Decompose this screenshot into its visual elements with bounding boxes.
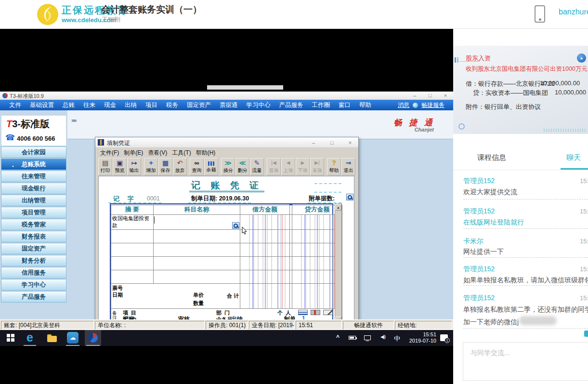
t3-menu-general-ledger[interactable]: 总账 bbox=[58, 101, 79, 109]
note-doc-icon[interactable] bbox=[298, 310, 308, 315]
export-button[interactable]: ↦输出 bbox=[127, 158, 141, 175]
save-button[interactable]: ▦保存 bbox=[158, 158, 172, 175]
account-cell[interactable] bbox=[154, 214, 240, 229]
voucher-row[interactable]: 收国电集团投资款 bbox=[111, 214, 342, 229]
t3-menu-piaojutong[interactable]: 票据通 bbox=[215, 101, 242, 109]
t3-menu-tax[interactable]: 税务 bbox=[162, 101, 183, 109]
insert-split-button[interactable]: ≫插分 bbox=[221, 158, 235, 175]
attachment-magnifier-icon[interactable] bbox=[346, 194, 353, 200]
battery-icon[interactable] bbox=[349, 330, 356, 346]
calculator-icon[interactable] bbox=[311, 310, 320, 315]
t3-minimize-button[interactable]: – bbox=[408, 92, 421, 99]
voucher-menu-make[interactable]: 制单(E) bbox=[124, 149, 143, 157]
exit-button[interactable]: ⇒退出 bbox=[341, 158, 355, 175]
taskbar-edge[interactable]: e bbox=[22, 330, 38, 346]
dept-label: 部 门 bbox=[216, 309, 230, 317]
preview-button[interactable]: ▣预览 bbox=[113, 158, 127, 175]
voucher-number[interactable]: 0001 bbox=[147, 195, 160, 202]
t3-close-button[interactable]: × bbox=[439, 92, 452, 99]
voucher-date[interactable]: 制单日期: 2019.06.30 bbox=[191, 195, 249, 203]
t3-menu-cashier[interactable]: 出纳 bbox=[120, 101, 141, 109]
t3-maximize-button[interactable]: □ bbox=[424, 92, 436, 99]
t3-menu-product-service[interactable]: 产品服务 bbox=[275, 101, 308, 109]
account-lookup-icon[interactable] bbox=[232, 222, 239, 229]
delete-split-button[interactable]: ≪删分 bbox=[235, 158, 249, 175]
chat-sender[interactable]: 管理员152 bbox=[463, 177, 495, 185]
voucher-maximize-button[interactable]: □ bbox=[326, 139, 338, 146]
discard-button[interactable]: ↶放弃 bbox=[173, 158, 187, 175]
voucher-row[interactable] bbox=[111, 229, 342, 243]
t3-menu-help[interactable]: 帮助 bbox=[355, 101, 376, 109]
tab-course-info[interactable]: 课程信息 bbox=[477, 153, 506, 162]
chat-sender[interactable]: 管理员152 bbox=[463, 207, 495, 216]
tray-chevron-icon[interactable]: ^ bbox=[336, 334, 343, 350]
print-button[interactable]: ▤打印 bbox=[98, 158, 112, 175]
sidebar-item-fixed-assets[interactable]: 固定资产 bbox=[1, 243, 66, 254]
sidebar-item-tax[interactable]: 税务管家 bbox=[1, 219, 66, 230]
start-button[interactable] bbox=[2, 330, 16, 346]
sidebar-item-project[interactable]: 项目管理 bbox=[1, 207, 66, 218]
sidebar-item-contacts[interactable]: 往来管理 bbox=[1, 171, 66, 182]
sidebar-item-reports[interactable]: 财务报表 bbox=[1, 231, 66, 242]
voucher-menu-file[interactable]: 文件(F) bbox=[100, 149, 119, 157]
voucher-minimize-button[interactable]: – bbox=[307, 139, 320, 146]
chat-message-link[interactable]: 在线版网址登陆就行 bbox=[463, 218, 588, 227]
sidebar-item-credit[interactable]: 信用服务 bbox=[1, 267, 66, 278]
t3-menu-file[interactable]: 文件 bbox=[5, 101, 26, 109]
sidebar-item-learning[interactable]: 学习中心 bbox=[1, 279, 66, 291]
chat-timestamp: 15: bbox=[580, 208, 588, 215]
sidebar-item-cash-bank[interactable]: 现金银行 bbox=[1, 183, 66, 194]
sidebar-item-cashier[interactable]: 出纳管理 bbox=[1, 195, 66, 206]
taskbar-clock[interactable]: 15:51 2019-07-10 bbox=[404, 330, 436, 346]
chat-sender[interactable]: 管理员152 bbox=[463, 294, 495, 303]
sidebar-item-general-ledger[interactable]: ▪总账系统 bbox=[1, 159, 66, 170]
balance-button[interactable]: 余额 bbox=[204, 158, 218, 175]
mobile-phone-icon[interactable] bbox=[535, 5, 545, 23]
slide-preview[interactable]: ▲ 股东入资 收到股东北京国电集团有限公司出资1000万元 借：银行存款——北京… bbox=[453, 46, 588, 134]
t3-menu-contacts[interactable]: 往来 bbox=[79, 101, 100, 109]
taskbar-cloud-app[interactable]: ☁ bbox=[65, 330, 81, 346]
voucher-row[interactable] bbox=[111, 270, 342, 283]
sidebar-item-products[interactable]: 产品服务 bbox=[1, 291, 66, 303]
taskbar-explorer[interactable] bbox=[44, 330, 60, 346]
query-button[interactable]: ∞查询 bbox=[190, 158, 204, 175]
voucher-close-button[interactable]: × bbox=[344, 139, 356, 146]
t3-menu-workcircle[interactable]: 工作圈 bbox=[308, 101, 335, 109]
tab-chat[interactable]: 聊天 bbox=[566, 153, 581, 162]
network-icon[interactable] bbox=[364, 330, 371, 346]
sidebar-collapse-icon[interactable]: »» bbox=[71, 117, 76, 124]
t3-menu-fixed-assets[interactable]: 固定资产 bbox=[183, 101, 215, 109]
t3-menu-basic-setup[interactable]: 基础设置 bbox=[26, 101, 58, 109]
sidebar-item-analysis[interactable]: 财务分析 bbox=[1, 255, 66, 266]
add-button[interactable]: +增加 bbox=[144, 158, 158, 175]
t3-message-link[interactable]: 消息 bbox=[396, 101, 411, 109]
chat-sender[interactable]: 管理员152 bbox=[463, 265, 495, 274]
t3-chanjet-service-link[interactable]: 畅捷服务 bbox=[419, 101, 446, 109]
summary-cell[interactable]: 收国电集团投资款 bbox=[111, 214, 154, 229]
insert-split-icon: ≫ bbox=[222, 159, 235, 167]
sidebar-item-accounting-home[interactable]: 会计家园 bbox=[1, 146, 66, 158]
sign-pen-icon[interactable] bbox=[323, 310, 333, 315]
scroll-up-icon[interactable]: ▲ bbox=[335, 204, 341, 211]
taskbar-t3-active[interactable] bbox=[85, 330, 101, 346]
voucher-row[interactable] bbox=[111, 243, 342, 256]
voucher-menu-help[interactable]: 帮助(H) bbox=[196, 149, 216, 157]
voucher-row[interactable] bbox=[111, 256, 342, 270]
scroll-bottom-button[interactable] bbox=[584, 331, 588, 337]
speaker-icon[interactable]: ◀)) bbox=[380, 334, 385, 350]
voucher-scrollbar[interactable]: ▲ ▼ bbox=[335, 203, 342, 324]
voucher-menu-tools[interactable]: 工具(T) bbox=[172, 149, 191, 157]
action-center-icon[interactable]: 1 bbox=[440, 330, 448, 346]
t3-menu-project[interactable]: 项目 bbox=[141, 101, 162, 109]
ime-indicator[interactable]: 中 bbox=[394, 334, 400, 350]
t3-menu-learning-center[interactable]: 学习中心 bbox=[242, 101, 275, 109]
voucher-menu-view[interactable]: 查看(V) bbox=[148, 149, 167, 157]
flow-button[interactable]: ✎流量 bbox=[250, 158, 264, 175]
help-button[interactable]: ?帮助 bbox=[327, 158, 341, 175]
video-player[interactable]: T3-标准版10.9 – □ × 文件 基础设置 总账 往来 现金 出纳 项目 … bbox=[0, 29, 453, 384]
chat-sender[interactable]: 卡米尔 bbox=[463, 237, 483, 246]
chat-input[interactable] bbox=[463, 342, 588, 381]
t3-menu-cash[interactable]: 现金 bbox=[100, 101, 120, 109]
t3-menu-window[interactable]: 窗口 bbox=[334, 101, 355, 109]
user-account-link[interactable]: banzhure bbox=[559, 8, 588, 16]
